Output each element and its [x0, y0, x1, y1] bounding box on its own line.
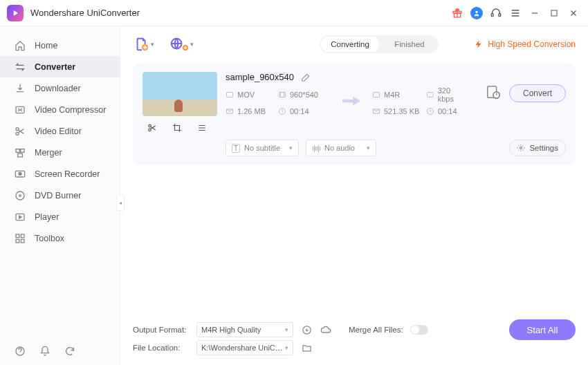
bolt-icon: [474, 39, 484, 49]
sidebar-item-dvd-burner[interactable]: DVD Burner: [0, 185, 120, 206]
maximize-icon[interactable]: [546, 6, 562, 21]
sidebar-item-label: Video Compressor: [35, 105, 106, 115]
dst-format: M4R: [372, 91, 422, 99]
user-icon[interactable]: [469, 6, 484, 21]
dst-bitrate: 320 kbps: [426, 86, 468, 103]
svg-rect-19: [16, 239, 19, 243]
svg-rect-20: [21, 239, 24, 243]
chevron-down-icon: ▾: [285, 326, 288, 333]
tab-finished[interactable]: Finished: [380, 35, 439, 53]
sidebar-item-home[interactable]: Home: [0, 35, 120, 56]
file-card: sample_960x540 MOV 960*540 M4R 320 kbps …: [133, 64, 576, 165]
sidebar-item-screen-recorder[interactable]: Screen Recorder: [0, 163, 120, 185]
chevron-down-icon: ▾: [367, 144, 370, 151]
app-logo: [7, 5, 24, 21]
svg-rect-4: [499, 13, 501, 16]
sidebar-item-toolbox[interactable]: Toolbox: [0, 227, 120, 249]
svg-point-2: [475, 10, 477, 12]
chevron-down-icon: ▾: [190, 41, 194, 48]
settings-label: Settings: [529, 144, 558, 152]
bell-icon[interactable]: [39, 345, 51, 357]
file-location-value: K:\Wondershare UniConverter: [201, 344, 285, 352]
app-title: Wondershare UniConverter: [30, 8, 140, 18]
scissors-icon: [14, 125, 26, 138]
sidebar-item-merger[interactable]: Merger: [0, 142, 120, 163]
sidebar-item-converter[interactable]: Converter: [0, 56, 120, 77]
svg-point-36: [520, 147, 522, 149]
update-icon[interactable]: [64, 345, 76, 357]
subtitle-select[interactable]: T No subtitle ▾: [226, 140, 299, 156]
add-url-button[interactable]: ▾: [168, 35, 195, 53]
high-speed-conversion[interactable]: High Speed Conversion: [474, 39, 576, 49]
output-format-value: M4R High Quality: [201, 326, 261, 334]
rename-icon[interactable]: [301, 73, 311, 82]
settings-button[interactable]: Settings: [509, 140, 566, 156]
svg-point-14: [16, 191, 24, 200]
headset-icon[interactable]: [488, 6, 504, 21]
svg-rect-11: [18, 153, 23, 157]
minimize-icon[interactable]: [527, 6, 542, 21]
menu-icon[interactable]: [508, 6, 523, 21]
sidebar-item-label: Merger: [35, 148, 62, 158]
sidebar-item-downloader[interactable]: Downloader: [0, 77, 120, 99]
sidebar: HomeConverterDownloaderVideo CompressorV…: [0, 26, 120, 365]
dst-duration: 00:14: [426, 107, 468, 115]
video-thumbnail[interactable]: [143, 72, 217, 116]
help-icon[interactable]: [14, 345, 26, 357]
start-all-button[interactable]: Start All: [509, 319, 576, 340]
footer: Output Format: M4R High Quality ▾ Merge …: [133, 315, 576, 357]
merge-label: Merge All Files:: [349, 326, 403, 334]
merge-toggle[interactable]: [410, 325, 428, 335]
gift-icon[interactable]: [450, 6, 465, 21]
recorder-icon: [14, 168, 26, 180]
svg-rect-10: [21, 149, 24, 152]
sidebar-item-label: Toolbox: [35, 234, 64, 243]
tab-converting[interactable]: Converting: [321, 37, 379, 52]
src-format: MOV: [226, 91, 274, 99]
sidebar-item-label: Player: [35, 212, 59, 222]
titlebar: Wondershare UniConverter: [0, 0, 588, 26]
crop-icon[interactable]: [172, 123, 187, 133]
audio-icon: ı|ıı|ı: [312, 144, 320, 152]
list-icon[interactable]: [197, 123, 212, 133]
audio-select[interactable]: ı|ıı|ı No audio ▾: [306, 140, 376, 156]
svg-rect-17: [16, 234, 19, 238]
sidebar-item-video-compressor[interactable]: Video Compressor: [0, 99, 120, 120]
sidebar-item-player[interactable]: Player: [0, 206, 120, 227]
svg-rect-3: [491, 13, 493, 16]
gpu-accel-icon[interactable]: [300, 324, 313, 336]
dst-size: 521.35 KB: [372, 107, 422, 115]
add-file-button[interactable]: ▾: [133, 35, 156, 53]
file-location-label: File Location:: [133, 344, 190, 352]
output-config-icon[interactable]: [486, 84, 501, 100]
open-folder-icon[interactable]: [300, 341, 313, 354]
output-format-select[interactable]: M4R High Quality ▾: [196, 322, 293, 337]
sidebar-item-label: Screen Recorder: [35, 169, 100, 179]
src-size: 1.26 MB: [226, 107, 274, 115]
src-duration: 00:14: [278, 107, 331, 115]
subtitle-value: No subtitle: [244, 144, 280, 152]
svg-point-15: [19, 194, 21, 196]
merger-icon: [14, 147, 26, 159]
sidebar-collapse-button[interactable]: ◂: [116, 194, 125, 211]
cut-icon[interactable]: [147, 123, 163, 133]
arrow-icon: [335, 95, 368, 106]
toolbar: ▾ ▾ Converting Finished High Speed Conve…: [133, 32, 576, 57]
svg-rect-9: [16, 149, 19, 152]
cloud-icon[interactable]: [320, 324, 332, 336]
chevron-down-icon: ▾: [285, 344, 288, 351]
sidebar-item-label: Downloader: [35, 84, 81, 93]
svg-rect-28: [279, 93, 286, 97]
home-icon: [14, 39, 26, 52]
sidebar-footer: [0, 337, 120, 365]
svg-rect-27: [227, 93, 233, 97]
convert-button[interactable]: Convert: [509, 84, 566, 102]
main-panel: ▾ ▾ Converting Finished High Speed Conve…: [129, 26, 588, 365]
file-location-select[interactable]: K:\Wondershare UniConverter ▾: [196, 340, 293, 355]
output-format-label: Output Format:: [133, 326, 190, 334]
close-icon[interactable]: [566, 6, 581, 21]
tab-switcher: Converting Finished: [320, 35, 439, 53]
gear-icon: [517, 144, 525, 152]
sidebar-item-video-editor[interactable]: Video Editor: [0, 120, 120, 142]
svg-point-13: [19, 172, 21, 175]
